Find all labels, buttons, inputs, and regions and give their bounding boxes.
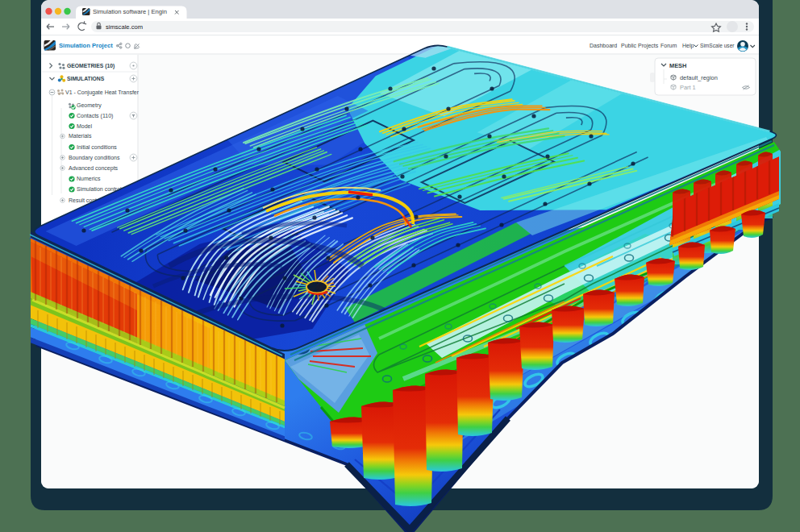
svg-text:Numerics: Numerics — [77, 176, 101, 181]
svg-text:Model: Model — [77, 123, 93, 129]
svg-text:Advanced concepts: Advanced concepts — [69, 165, 119, 172]
svg-text:SimScale user: SimScale user — [700, 43, 735, 48]
svg-text:Simulation Project: Simulation Project — [59, 42, 113, 49]
svg-text:Help: Help — [682, 43, 694, 49]
svg-text:default_region: default_region — [680, 74, 718, 81]
svg-text:Public Projects: Public Projects — [621, 43, 659, 49]
svg-text:GEOMETRIES (10): GEOMETRIES (10) — [67, 63, 115, 69]
svg-text:Simulation software | Engin: Simulation software | Engin — [93, 8, 167, 15]
svg-text:MESH: MESH — [669, 62, 686, 69]
svg-text:Boundary conditions: Boundary conditions — [69, 155, 120, 161]
svg-text:Materials: Materials — [69, 133, 92, 139]
svg-text:simscale.com: simscale.com — [106, 23, 143, 31]
svg-text:Forum: Forum — [660, 43, 677, 48]
svg-text:Part 1: Part 1 — [680, 84, 696, 91]
svg-text:SIMULATIONS: SIMULATIONS — [67, 76, 105, 81]
svg-text:Contacts (110): Contacts (110) — [77, 113, 113, 119]
svg-text:Initial conditions: Initial conditions — [77, 144, 117, 150]
svg-text:V1 - Conjugate Heat Transfer: V1 - Conjugate Heat Transfer — [65, 89, 140, 96]
svg-text:Dashboard: Dashboard — [590, 43, 617, 48]
svg-text:Geometry: Geometry — [77, 102, 102, 109]
